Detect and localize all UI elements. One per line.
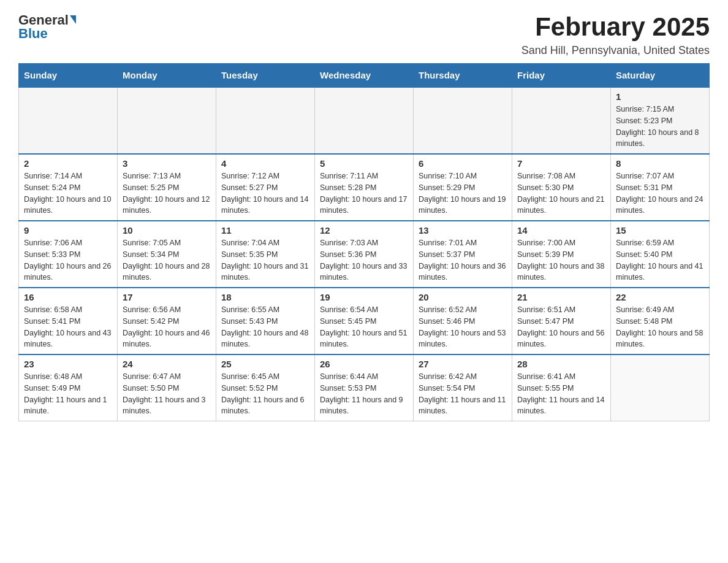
calendar-day-cell: 12Sunrise: 7:03 AM Sunset: 5:36 PM Dayli… (315, 221, 414, 288)
day-number: 19 (320, 292, 408, 302)
calendar-day-cell: 8Sunrise: 7:07 AM Sunset: 5:31 PM Daylig… (611, 154, 710, 221)
day-info: Sunrise: 6:59 AM Sunset: 5:40 PM Dayligh… (616, 237, 704, 283)
day-number: 16 (24, 292, 112, 302)
calendar-day-cell: 25Sunrise: 6:45 AM Sunset: 5:52 PM Dayli… (216, 354, 315, 421)
calendar-day-cell: 22Sunrise: 6:49 AM Sunset: 5:48 PM Dayli… (611, 288, 710, 354)
day-number: 4 (221, 158, 309, 169)
logo: General Blue (18, 12, 76, 42)
day-number: 12 (320, 225, 408, 236)
calendar-day-cell: 7Sunrise: 7:08 AM Sunset: 5:30 PM Daylig… (512, 154, 611, 221)
calendar-day-header: Wednesday (315, 64, 414, 88)
day-info: Sunrise: 7:03 AM Sunset: 5:36 PM Dayligh… (320, 237, 408, 283)
calendar-day-cell: 16Sunrise: 6:58 AM Sunset: 5:41 PM Dayli… (19, 288, 118, 354)
day-number: 15 (616, 225, 704, 236)
calendar-week-row: 16Sunrise: 6:58 AM Sunset: 5:41 PM Dayli… (19, 288, 710, 354)
day-info: Sunrise: 6:58 AM Sunset: 5:41 PM Dayligh… (24, 304, 112, 350)
day-number: 14 (517, 225, 605, 236)
day-info: Sunrise: 6:44 AM Sunset: 5:53 PM Dayligh… (320, 371, 408, 417)
calendar-day-cell: 24Sunrise: 6:47 AM Sunset: 5:50 PM Dayli… (118, 354, 216, 421)
calendar-day-cell: 10Sunrise: 7:05 AM Sunset: 5:34 PM Dayli… (118, 221, 216, 288)
day-info: Sunrise: 7:10 AM Sunset: 5:29 PM Dayligh… (419, 170, 507, 216)
calendar-day-cell: 13Sunrise: 7:01 AM Sunset: 5:37 PM Dayli… (414, 221, 512, 288)
day-info: Sunrise: 6:41 AM Sunset: 5:55 PM Dayligh… (517, 371, 605, 417)
calendar-day-cell (315, 87, 414, 154)
calendar-day-header: Saturday (611, 64, 710, 88)
calendar-day-cell: 15Sunrise: 6:59 AM Sunset: 5:40 PM Dayli… (611, 221, 710, 288)
day-number: 5 (320, 158, 408, 169)
day-number: 25 (221, 359, 309, 369)
day-info: Sunrise: 7:14 AM Sunset: 5:24 PM Dayligh… (24, 170, 112, 216)
calendar-day-cell: 4Sunrise: 7:12 AM Sunset: 5:27 PM Daylig… (216, 154, 315, 221)
calendar-day-cell: 28Sunrise: 6:41 AM Sunset: 5:55 PM Dayli… (512, 354, 611, 421)
title-section: February 2025 Sand Hill, Pennsylvania, U… (521, 12, 710, 57)
day-number: 10 (123, 225, 211, 236)
calendar-day-header: Thursday (414, 64, 512, 88)
day-info: Sunrise: 7:15 AM Sunset: 5:23 PM Dayligh… (616, 104, 704, 150)
day-info: Sunrise: 7:00 AM Sunset: 5:39 PM Dayligh… (517, 237, 605, 283)
day-number: 23 (24, 359, 112, 369)
day-number: 13 (419, 225, 507, 236)
day-info: Sunrise: 7:07 AM Sunset: 5:31 PM Dayligh… (616, 170, 704, 216)
day-info: Sunrise: 6:47 AM Sunset: 5:50 PM Dayligh… (123, 371, 211, 417)
day-number: 8 (616, 158, 704, 169)
month-title: February 2025 (521, 12, 710, 42)
day-info: Sunrise: 6:55 AM Sunset: 5:43 PM Dayligh… (221, 304, 309, 350)
day-info: Sunrise: 7:11 AM Sunset: 5:28 PM Dayligh… (320, 170, 408, 216)
calendar-day-cell: 1Sunrise: 7:15 AM Sunset: 5:23 PM Daylig… (611, 87, 710, 154)
calendar-header-row: SundayMondayTuesdayWednesdayThursdayFrid… (19, 64, 710, 88)
calendar-day-cell (414, 87, 512, 154)
day-number: 17 (123, 292, 211, 302)
calendar-day-cell: 26Sunrise: 6:44 AM Sunset: 5:53 PM Dayli… (315, 354, 414, 421)
calendar-day-cell: 3Sunrise: 7:13 AM Sunset: 5:25 PM Daylig… (118, 154, 216, 221)
day-info: Sunrise: 6:49 AM Sunset: 5:48 PM Dayligh… (616, 304, 704, 350)
calendar-day-cell (216, 87, 315, 154)
day-number: 2 (24, 158, 112, 169)
day-number: 6 (419, 158, 507, 169)
calendar-day-cell (19, 87, 118, 154)
calendar-table: SundayMondayTuesdayWednesdayThursdayFrid… (18, 63, 710, 421)
location-subtitle: Sand Hill, Pennsylvania, United States (521, 44, 710, 57)
calendar-week-row: 2Sunrise: 7:14 AM Sunset: 5:24 PM Daylig… (19, 154, 710, 221)
calendar-day-cell: 2Sunrise: 7:14 AM Sunset: 5:24 PM Daylig… (19, 154, 118, 221)
calendar-day-cell: 9Sunrise: 7:06 AM Sunset: 5:33 PM Daylig… (19, 221, 118, 288)
calendar-day-cell: 11Sunrise: 7:04 AM Sunset: 5:35 PM Dayli… (216, 221, 315, 288)
day-info: Sunrise: 6:48 AM Sunset: 5:49 PM Dayligh… (24, 371, 112, 417)
day-number: 11 (221, 225, 309, 236)
day-number: 21 (517, 292, 605, 302)
calendar-week-row: 1Sunrise: 7:15 AM Sunset: 5:23 PM Daylig… (19, 87, 710, 154)
calendar-day-cell: 14Sunrise: 7:00 AM Sunset: 5:39 PM Dayli… (512, 221, 611, 288)
day-info: Sunrise: 7:01 AM Sunset: 5:37 PM Dayligh… (419, 237, 507, 283)
day-number: 7 (517, 158, 605, 169)
calendar-day-cell: 17Sunrise: 6:56 AM Sunset: 5:42 PM Dayli… (118, 288, 216, 354)
day-number: 20 (419, 292, 507, 302)
calendar-day-cell (611, 354, 710, 421)
day-info: Sunrise: 6:51 AM Sunset: 5:47 PM Dayligh… (517, 304, 605, 350)
day-info: Sunrise: 7:05 AM Sunset: 5:34 PM Dayligh… (123, 237, 211, 283)
day-info: Sunrise: 7:08 AM Sunset: 5:30 PM Dayligh… (517, 170, 605, 216)
calendar-day-header: Friday (512, 64, 611, 88)
day-info: Sunrise: 6:42 AM Sunset: 5:54 PM Dayligh… (419, 371, 507, 417)
calendar-day-cell: 5Sunrise: 7:11 AM Sunset: 5:28 PM Daylig… (315, 154, 414, 221)
day-number: 24 (123, 359, 211, 369)
calendar-day-cell: 21Sunrise: 6:51 AM Sunset: 5:47 PM Dayli… (512, 288, 611, 354)
day-info: Sunrise: 6:45 AM Sunset: 5:52 PM Dayligh… (221, 371, 309, 417)
day-number: 3 (123, 158, 211, 169)
logo-blue-text: Blue (18, 26, 48, 42)
day-info: Sunrise: 7:13 AM Sunset: 5:25 PM Dayligh… (123, 170, 211, 216)
day-number: 18 (221, 292, 309, 302)
day-info: Sunrise: 7:06 AM Sunset: 5:33 PM Dayligh… (24, 237, 112, 283)
day-number: 22 (616, 292, 704, 302)
day-number: 9 (24, 225, 112, 236)
day-info: Sunrise: 6:54 AM Sunset: 5:45 PM Dayligh… (320, 304, 408, 350)
calendar-day-cell (118, 87, 216, 154)
logo-arrow-icon (70, 15, 76, 24)
calendar-week-row: 23Sunrise: 6:48 AM Sunset: 5:49 PM Dayli… (19, 354, 710, 421)
calendar-week-row: 9Sunrise: 7:06 AM Sunset: 5:33 PM Daylig… (19, 221, 710, 288)
day-info: Sunrise: 7:12 AM Sunset: 5:27 PM Dayligh… (221, 170, 309, 216)
calendar-day-header: Sunday (19, 64, 118, 88)
calendar-day-cell: 23Sunrise: 6:48 AM Sunset: 5:49 PM Dayli… (19, 354, 118, 421)
calendar-day-cell (512, 87, 611, 154)
day-info: Sunrise: 6:52 AM Sunset: 5:46 PM Dayligh… (419, 304, 507, 350)
calendar-day-cell: 20Sunrise: 6:52 AM Sunset: 5:46 PM Dayli… (414, 288, 512, 354)
day-number: 28 (517, 359, 605, 369)
